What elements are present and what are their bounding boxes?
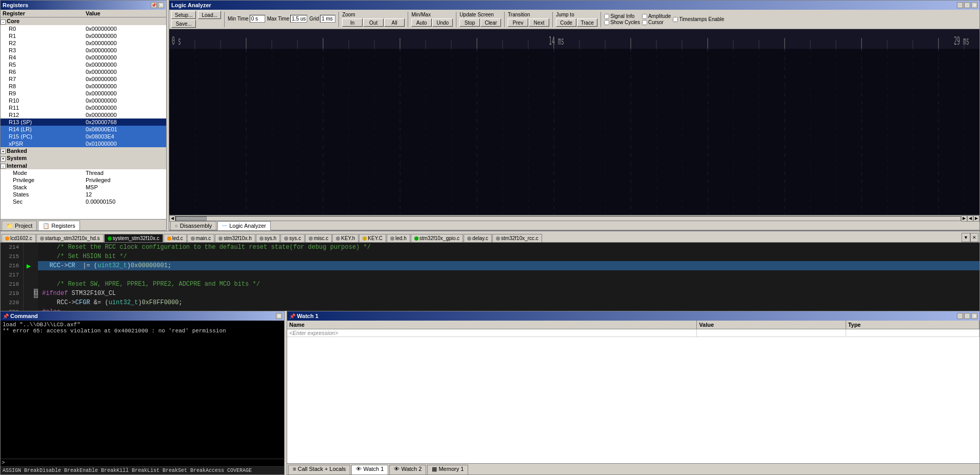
la-show-cycles-checkbox[interactable] xyxy=(604,20,609,25)
code-content-216: RCC->CR |= (uint32_t)0x00000001; xyxy=(38,261,175,270)
code-line-218: 218 /* Reset SW, HPRE, PPRE1, PPRE2, ADC… xyxy=(1,280,979,289)
la-timestamps-checkbox[interactable] xyxy=(673,17,678,22)
reg-row[interactable]: R40x00000000 xyxy=(1,54,166,61)
reg-name: R10 xyxy=(1,97,84,104)
code-tab-lcd1602[interactable]: lcd1602.c xyxy=(2,234,36,242)
la-scroll-end1[interactable]: ◀ xyxy=(967,215,973,222)
la-signal-info-checkbox[interactable] xyxy=(604,14,609,19)
la-scroll-right[interactable]: ▶ xyxy=(961,215,967,222)
reg-row[interactable]: R00x00000000 xyxy=(1,25,166,32)
registers-pin-btn[interactable]: 📌 xyxy=(151,2,157,8)
la-cursor-checkbox[interactable] xyxy=(642,20,647,25)
reg-row[interactable]: R110x00000000 xyxy=(1,104,166,111)
reg-row[interactable]: R120x00000000 xyxy=(1,111,166,118)
memory-icon: ▦ xyxy=(432,466,437,472)
reg-row[interactable]: R50x00000000 xyxy=(1,61,166,68)
delay-dot xyxy=(467,236,471,241)
la-save-btn[interactable]: Save... xyxy=(171,19,196,28)
reg-row[interactable]: R80x00000000 xyxy=(1,83,166,90)
reg-name: +Banked xyxy=(1,147,84,155)
watch-min-btn[interactable]: _ xyxy=(957,313,963,319)
la-scroll-end2[interactable]: ▶ xyxy=(973,215,979,222)
watch-max-btn[interactable]: □ xyxy=(964,313,970,319)
tab-callstack[interactable]: ≡ Call Stack + Locals xyxy=(288,465,350,474)
reg-name: R13 (SP) xyxy=(1,118,84,126)
code-tabs: lcd1602.c startup_stm32f10x_hd.s system_… xyxy=(1,231,979,243)
la-stop-btn[interactable]: Stop xyxy=(459,18,480,27)
reg-row[interactable]: R100x00000000 xyxy=(1,97,166,104)
la-amplitude-checkbox[interactable] xyxy=(642,14,647,19)
reg-value xyxy=(84,162,166,170)
reg-row: States12 xyxy=(1,191,166,198)
tab-project[interactable]: 📁 Project xyxy=(2,221,37,230)
command-input-field[interactable] xyxy=(6,460,283,466)
reg-row[interactable]: R10x00000000 xyxy=(1,32,166,39)
reg-row[interactable]: R13 (SP)0x20000768 xyxy=(1,118,166,126)
code-tab-keyh[interactable]: KEY.h xyxy=(332,234,358,242)
registers-close-btn[interactable]: ✕ xyxy=(158,2,164,8)
reg-row[interactable]: R20x00000000 xyxy=(1,39,166,47)
reg-row[interactable]: R14 (LR)0x08000E01 xyxy=(1,126,166,133)
code-tab-sysh[interactable]: sys.h xyxy=(256,234,280,242)
la-zoom-all-btn[interactable]: All xyxy=(384,18,405,27)
expand-btn[interactable]: - xyxy=(1,19,6,25)
code-tab-stm32h[interactable]: stm32f10x.h xyxy=(215,234,255,242)
tab-disassembly[interactable]: ≡ Disassembly xyxy=(170,221,216,230)
code-tabs-dropdown[interactable]: ▼ xyxy=(962,233,970,242)
tab-watch1[interactable]: 👁 Watch 1 xyxy=(351,465,388,474)
la-min-btn[interactable]: _ xyxy=(957,2,963,8)
reg-value: 0x00000000 xyxy=(84,61,166,68)
la-trace-btn[interactable]: Trace xyxy=(577,18,597,27)
code-tab-startup[interactable]: startup_stm32f10x_hd.s xyxy=(36,234,104,242)
reg-row[interactable]: R70x00000000 xyxy=(1,75,166,83)
code-tab-gpio[interactable]: stm32f10x_gpio.c xyxy=(411,234,463,242)
la-load-btn[interactable]: Load... xyxy=(198,11,221,19)
la-clear-btn[interactable]: Clear xyxy=(481,18,501,27)
expand-btn[interactable]: - xyxy=(1,164,6,169)
code-tab-led[interactable]: led.c xyxy=(164,234,187,242)
la-prev-btn[interactable]: Prev xyxy=(508,18,528,27)
command-close-btn[interactable]: ✕ xyxy=(276,313,282,319)
reg-row[interactable]: R30x00000000 xyxy=(1,47,166,54)
la-zoom-out-btn[interactable]: Out xyxy=(363,18,384,27)
tab-watch2[interactable]: 👁 Watch 2 xyxy=(389,465,426,474)
la-scroll-thumb[interactable] xyxy=(176,216,207,221)
tab-logic-analyzer[interactable]: 〰 Logic Analyzer xyxy=(217,221,271,230)
code-tab-system[interactable]: system_stm32f10x.c xyxy=(104,234,163,242)
la-update-label: Update Screen xyxy=(459,12,501,17)
tab-registers[interactable]: 📋 Registers xyxy=(38,221,79,230)
reg-row[interactable]: R15 (PC)0x08003E4 xyxy=(1,133,166,140)
la-code-btn[interactable]: Code xyxy=(556,18,576,27)
code-tabs-close[interactable]: ✕ xyxy=(970,233,978,242)
reg-col-value: Value xyxy=(84,10,166,17)
code-tab-main[interactable]: main.c xyxy=(187,234,214,242)
la-scroll-track[interactable] xyxy=(175,216,961,221)
la-setup-btn[interactable]: Setup... xyxy=(171,11,196,19)
autocomplete-text: ASSIGN BreakDisable BreakEnable BreakKil… xyxy=(3,468,252,473)
la-auto-btn[interactable]: Auto xyxy=(411,18,432,27)
code-tab-rcc[interactable]: stm32f10x_rcc.c xyxy=(492,234,542,242)
lcd1602-dot xyxy=(5,236,9,241)
la-scroll-left[interactable]: ◀ xyxy=(169,215,175,222)
la-toolbar: Setup... Save... Load... Min Time 0 s xyxy=(169,10,979,29)
code-tab-ledh[interactable]: led.h xyxy=(387,234,410,242)
la-zoom-in-btn[interactable]: In xyxy=(342,18,363,27)
code-tab-keyc[interactable]: KEY.C xyxy=(359,234,386,242)
reg-name: R14 (LR) xyxy=(1,126,84,133)
reg-name: States xyxy=(1,191,84,198)
code-tab-misc[interactable]: misc.c xyxy=(305,234,332,242)
la-undo-btn[interactable]: Undo xyxy=(432,18,453,27)
code-tab-delay[interactable]: delay.c xyxy=(464,234,492,242)
code-tab-sysc[interactable]: sys.c xyxy=(281,234,305,242)
reg-row[interactable]: xPSR0x01000000 xyxy=(1,140,166,147)
tab-memory1[interactable]: ▦ Memory 1 xyxy=(427,465,468,474)
expand-btn[interactable]: + xyxy=(1,149,6,154)
reg-row[interactable]: R90x00000000 xyxy=(1,90,166,97)
la-close-btn[interactable]: ✕ xyxy=(971,2,977,8)
watch-close-btn[interactable]: ✕ xyxy=(971,313,977,319)
la-next-btn[interactable]: Next xyxy=(529,18,549,27)
reg-row[interactable]: R60x00000000 xyxy=(1,68,166,75)
la-max-btn[interactable]: □ xyxy=(964,2,970,8)
expand-btn[interactable]: + xyxy=(1,156,6,162)
reg-value: 0x20000768 xyxy=(84,118,166,126)
